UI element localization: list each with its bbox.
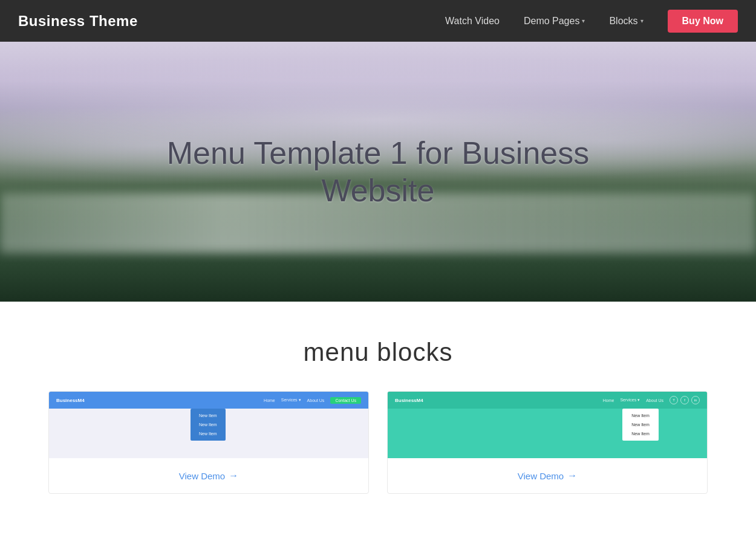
preview-dropdown-item-2-1: New Item — [622, 411, 659, 420]
facebook-icon: f — [680, 396, 689, 404]
card-footer-1: View Demo → — [49, 458, 368, 493]
card-preview-2: BusinessM4 Home Services ▾ About Us T f … — [388, 392, 707, 458]
preview-dropdown-2: New Item New Item New Item — [622, 409, 659, 441]
preview-dropdown-item-1-2: New Item — [191, 420, 226, 429]
preview-dropdown-1: New Item New Item New Item — [191, 409, 226, 441]
view-demo-label-2: View Demo — [518, 471, 564, 481]
blocks-chevron-icon: ▾ — [640, 18, 644, 24]
demo-pages-dropdown[interactable]: Demo Pages ▾ — [524, 16, 585, 27]
menu-card-2: BusinessM4 Home Services ▾ About Us T f … — [387, 391, 708, 494]
demo-pages-label: Demo Pages — [524, 16, 580, 27]
preview-dropdown-item-1-3: New Item — [191, 429, 226, 438]
hero-title: Menu Template 1 for Business Website — [136, 134, 620, 210]
buy-now-button[interactable]: Buy Now — [668, 10, 738, 33]
brand-logo[interactable]: Business Theme — [18, 13, 138, 30]
blocks-dropdown[interactable]: Blocks ▾ — [609, 16, 643, 27]
nav-links: Watch Video Demo Pages ▾ Blocks ▾ Buy No… — [445, 10, 738, 33]
preview-social-icons: T f in — [670, 396, 700, 404]
view-demo-label-1: View Demo — [179, 471, 225, 481]
card-footer-2: View Demo → — [388, 458, 707, 493]
watch-video-link[interactable]: Watch Video — [445, 16, 500, 27]
instagram-icon: in — [691, 396, 700, 404]
preview-links-2: Home Services ▾ About Us T f in — [603, 396, 700, 404]
preview-contact-btn-1: Contact Us — [330, 397, 361, 404]
preview-link-services-1: Services ▾ — [281, 398, 301, 403]
section-title: menu blocks — [48, 338, 708, 367]
view-demo-link-2[interactable]: View Demo → — [518, 470, 577, 481]
card-preview-1: BusinessM4 Home Services ▾ About Us Cont… — [49, 392, 368, 458]
preview-link-about-2: About Us — [646, 398, 663, 403]
arrow-icon-1: → — [229, 470, 238, 481]
preview-link-home-2: Home — [603, 398, 614, 403]
preview-dropdown-item-2-2: New Item — [622, 420, 659, 429]
preview-links-1: Home Services ▾ About Us Contact Us — [264, 397, 361, 404]
twitter-icon: T — [670, 396, 678, 404]
preview-link-home-1: Home — [264, 398, 275, 403]
blocks-label: Blocks — [609, 16, 637, 27]
hero-section: Menu Template 1 for Business Website — [0, 42, 756, 302]
preview-brand-2: BusinessM4 — [395, 398, 423, 403]
preview-dropdown-item-2-3: New Item — [622, 429, 659, 438]
arrow-icon-2: → — [567, 470, 577, 481]
menu-card-1: BusinessM4 Home Services ▾ About Us Cont… — [48, 391, 369, 494]
preview-navbar-1: BusinessM4 Home Services ▾ About Us Cont… — [49, 392, 368, 409]
preview-dropdown-item-1-1: New Item — [191, 411, 226, 420]
preview-brand-1: BusinessM4 — [56, 398, 85, 403]
navbar: Business Theme Watch Video Demo Pages ▾ … — [0, 0, 756, 42]
demo-pages-chevron-icon: ▾ — [582, 18, 585, 24]
preview-link-services-2: Services ▾ — [620, 398, 640, 403]
preview-link-about-1: About Us — [307, 398, 325, 403]
menu-blocks-section: menu blocks BusinessM4 Home Services ▾ A… — [0, 302, 756, 518]
cards-grid: BusinessM4 Home Services ▾ About Us Cont… — [48, 391, 708, 494]
view-demo-link-1[interactable]: View Demo → — [179, 470, 238, 481]
preview-navbar-2: BusinessM4 Home Services ▾ About Us T f … — [388, 392, 707, 409]
